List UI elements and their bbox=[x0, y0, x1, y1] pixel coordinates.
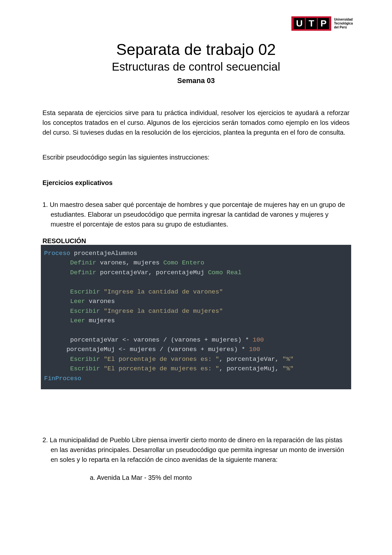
page-title: Separata de trabajo 02 bbox=[42, 41, 350, 59]
exercise-1-text: Un maestro desea saber qué porcentaje de… bbox=[50, 201, 345, 228]
intro-paragraph: Esta separata de ejercicios sirve para t… bbox=[42, 108, 350, 137]
instruction-text: Escribir pseudocódigo según las siguient… bbox=[42, 154, 350, 161]
exercise-1: 1. Un maestro desea saber qué porcentaje… bbox=[42, 200, 350, 229]
logo-line2: Tecnológica bbox=[334, 22, 353, 25]
leer-mujeres: mujeres bbox=[85, 317, 115, 324]
str-varones: "Ingrese la cantidad de varones" bbox=[100, 288, 223, 295]
exercise-1-number: 1. bbox=[42, 201, 48, 208]
num-100a: 100 bbox=[253, 336, 264, 344]
proc-name: procentajeAlumnos bbox=[70, 250, 137, 257]
expr-var: porcentajeVar <- varones / (varones + mu… bbox=[70, 336, 253, 344]
kw-finproceso: FinProceso bbox=[44, 375, 81, 382]
kw-escribir4: Escribir bbox=[70, 365, 100, 372]
kw-definir: Definir bbox=[70, 259, 96, 266]
kw-leer1: Leer bbox=[70, 298, 85, 305]
resolution-label: RESOLUCIÓN bbox=[42, 237, 350, 245]
exercise-2-text: La municipalidad de Pueblo Libre piensa … bbox=[50, 436, 344, 463]
logo-line3: del Perú bbox=[334, 25, 353, 29]
out-muj-mid: , porcentajeMuj, bbox=[219, 365, 283, 372]
kw-leer2: Leer bbox=[70, 317, 85, 324]
expr-muj: porcentajeMuj <- mujeres / (varones + mu… bbox=[66, 346, 249, 353]
vars-int: varones, mujeres bbox=[96, 259, 163, 266]
logo-letter-t: T bbox=[306, 18, 317, 29]
kw-escribir2: Escribir bbox=[70, 308, 100, 315]
str-mujeres: "Ingrese la cantidad de mujeres" bbox=[100, 308, 223, 315]
num-100b: 100 bbox=[249, 346, 260, 353]
kw-proceso: Proceso bbox=[44, 250, 70, 257]
week-label: Semana 03 bbox=[42, 76, 350, 85]
exercise-2: 2. La municipalidad de Pueblo Libre pien… bbox=[42, 435, 350, 464]
utp-logo: U T P Universidad Tecnológica del Perú bbox=[291, 16, 353, 31]
exercise-2-sub-a: a. Avenida La Mar - 35% del monto bbox=[42, 473, 350, 482]
str-pct2: "%" bbox=[283, 365, 294, 372]
logo-letter-u: U bbox=[294, 18, 305, 29]
vars-real: porcentajeVar, porcentajeMuj bbox=[96, 269, 208, 276]
str-out-var: "El porcentaje de varones es: " bbox=[100, 356, 219, 363]
logo-letter-p: P bbox=[318, 18, 329, 29]
str-pct1: "%" bbox=[283, 356, 294, 363]
leer-varones: varones bbox=[85, 298, 115, 305]
out-var-mid: , porcentajeVar, bbox=[219, 356, 283, 363]
logo-text: Universidad Tecnológica del Perú bbox=[334, 18, 353, 29]
page-subtitle: Estructuras de control secuencial bbox=[42, 60, 350, 73]
kw-definir2: Definir bbox=[70, 269, 96, 276]
logo-container: U T P Universidad Tecnológica del Perú bbox=[42, 16, 353, 31]
section-explicativos: Ejercicios explicativos bbox=[42, 179, 350, 187]
exercise-2-number: 2. bbox=[42, 436, 48, 444]
kw-escribir1: Escribir bbox=[70, 288, 100, 295]
kw-real: Como Real bbox=[208, 269, 242, 276]
str-out-muj: "El porcentaje de mujeres es: " bbox=[100, 365, 219, 372]
kw-escribir3: Escribir bbox=[70, 356, 100, 363]
pseudocode-block: Proceso procentajeAlumnos Definir varone… bbox=[41, 245, 351, 389]
logo-line1: Universidad bbox=[334, 18, 353, 22]
logo-boxes: U T P bbox=[291, 16, 331, 31]
kw-entero: Como Entero bbox=[163, 259, 204, 266]
